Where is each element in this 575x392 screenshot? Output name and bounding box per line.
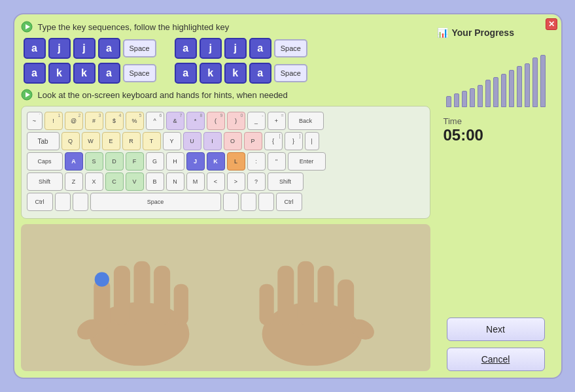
kb-fn3[interactable]	[223, 193, 239, 211]
progress-bar-7	[501, 74, 506, 107]
kb-q[interactable]: Q	[61, 132, 80, 150]
progress-bar-6	[493, 77, 498, 107]
kb-o[interactable]: O	[224, 132, 242, 150]
kb-plus[interactable]: +=	[268, 112, 286, 130]
progress-bar-9	[517, 66, 522, 107]
svg-rect-17	[338, 280, 354, 330]
kb-e[interactable]: E	[102, 132, 120, 150]
kb-fn4[interactable]	[241, 193, 256, 211]
kb-row-4: Ctrl Space Ctrl	[27, 193, 425, 211]
kb-6[interactable]: ^6	[146, 112, 164, 130]
kb-0[interactable]: )0	[227, 112, 245, 130]
play-icon-1	[21, 21, 33, 33]
kb-slash[interactable]: ?	[247, 172, 266, 191]
kb-ctrl-left[interactable]: Ctrl	[27, 193, 53, 211]
kb-pipe[interactable]: |	[305, 132, 319, 150]
key-a-7: a	[175, 63, 197, 84]
kb-b[interactable]: B	[146, 172, 164, 191]
progress-bar-1	[454, 93, 459, 107]
kb-a[interactable]: A	[65, 152, 83, 171]
kb-row-1: Tab Q W E R T Y U I O P {[ }] |	[27, 132, 425, 150]
kb-comma[interactable]: <	[207, 172, 225, 191]
kb-enter[interactable]: Enter	[288, 152, 326, 171]
kb-s[interactable]: S	[85, 152, 103, 171]
kb-y[interactable]: Y	[163, 132, 181, 150]
svg-rect-8	[154, 266, 170, 325]
kb-rbrace[interactable]: }]	[285, 132, 303, 150]
kb-n[interactable]: N	[166, 172, 184, 191]
kb-j[interactable]: J	[186, 152, 205, 171]
hands-svg	[21, 224, 430, 371]
progress-bar-0	[446, 96, 451, 107]
kb-k[interactable]: K	[207, 152, 225, 171]
key-a-6: a	[98, 63, 120, 84]
kb-z[interactable]: Z	[65, 172, 83, 191]
progress-bar-12	[540, 55, 546, 107]
kb-1[interactable]: !1	[44, 112, 63, 130]
kb-c[interactable]: C	[105, 172, 124, 191]
kb-caps[interactable]: Caps	[27, 152, 63, 171]
progress-title: 📊 Your Progress	[437, 27, 514, 38]
left-hand	[73, 261, 189, 366]
space-key-2: Space	[274, 39, 307, 57]
kb-tilde[interactable]: ~`	[27, 112, 43, 130]
kb-4[interactable]: $4	[105, 112, 124, 130]
kb-minus[interactable]: _-	[247, 112, 266, 130]
key-j-1: j	[48, 38, 71, 59]
kb-fn5[interactable]	[258, 193, 274, 211]
cancel-button[interactable]: Cancel	[447, 348, 545, 371]
time-value: 05:00	[444, 126, 483, 144]
kb-i[interactable]: I	[203, 132, 222, 150]
kb-shift-left[interactable]: Shift	[27, 172, 63, 191]
kb-fn2[interactable]	[73, 193, 88, 211]
kb-p[interactable]: P	[244, 132, 262, 150]
space-key-3: Space	[123, 64, 156, 82]
kb-h[interactable]: H	[166, 152, 184, 171]
kb-w[interactable]: W	[82, 132, 100, 150]
kb-tab[interactable]: Tab	[27, 132, 60, 150]
kb-r[interactable]: R	[122, 132, 141, 150]
svg-rect-15	[297, 261, 313, 325]
close-button[interactable]: ✕	[546, 18, 557, 30]
svg-rect-9	[173, 284, 188, 325]
progress-bar-4	[478, 85, 483, 107]
kb-g[interactable]: G	[146, 152, 164, 171]
kb-d[interactable]: D	[105, 152, 124, 171]
kb-u[interactable]: U	[183, 132, 201, 150]
kb-colon[interactable]: :	[247, 152, 266, 171]
kb-lbrace[interactable]: {[	[264, 132, 283, 150]
kb-t[interactable]: T	[143, 132, 161, 150]
kb-shift-right[interactable]: Shift	[268, 172, 304, 191]
kb-v[interactable]: V	[126, 172, 144, 191]
kb-8[interactable]: *8	[186, 112, 205, 130]
kb-ctrl-right[interactable]: Ctrl	[276, 193, 302, 211]
key-row-1: a j j a Space a j j a Space	[24, 38, 430, 59]
kb-3[interactable]: #3	[85, 112, 103, 130]
key-a-3: a	[175, 38, 197, 59]
key-a-2: a	[98, 38, 120, 59]
kb-l[interactable]: L	[227, 152, 245, 171]
kb-space[interactable]: Space	[90, 193, 221, 211]
progress-bar-5	[485, 80, 491, 107]
space-key-1: Space	[123, 39, 156, 57]
kb-9[interactable]: (9	[207, 112, 225, 130]
kb-back[interactable]: Back	[288, 112, 324, 130]
svg-rect-6	[113, 266, 130, 325]
kb-period[interactable]: >	[227, 172, 245, 191]
next-button[interactable]: Next	[447, 318, 545, 341]
kb-m[interactable]: M	[186, 172, 205, 191]
space-key-4: Space	[274, 64, 307, 82]
kb-fn1[interactable]	[55, 193, 71, 211]
kb-quote[interactable]: "	[268, 152, 286, 171]
kb-f[interactable]: F	[126, 152, 144, 171]
kb-2[interactable]: @2	[65, 112, 83, 130]
kb-7[interactable]: &7	[166, 112, 184, 130]
kb-x[interactable]: X	[85, 172, 103, 191]
svg-rect-13	[259, 284, 273, 325]
kb-5[interactable]: %5	[126, 112, 144, 130]
progress-bar-11	[532, 57, 538, 107]
kb-row-2: Caps A S D F G H J K L : " Enter	[27, 152, 425, 171]
key-k-4: k	[224, 63, 247, 84]
svg-rect-14	[277, 266, 294, 325]
key-a-5: a	[24, 63, 46, 84]
